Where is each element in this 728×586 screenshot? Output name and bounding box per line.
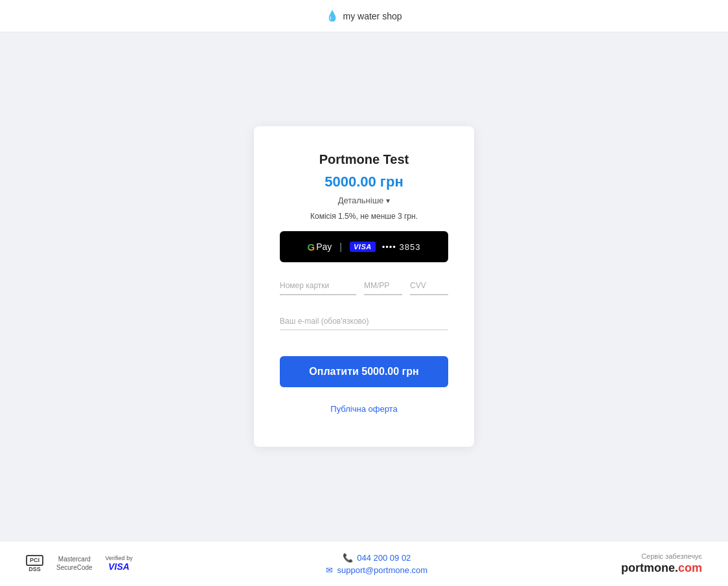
- payment-card: Portmone Test 5000.00 грн Детальніше ▾ К…: [254, 126, 474, 447]
- cvv-field: [410, 278, 448, 298]
- card-fields-row: [280, 278, 448, 298]
- verified-by-text: Verified by: [106, 555, 133, 561]
- visa-verified-text: VISA: [108, 561, 130, 572]
- dss-label: DSS: [28, 566, 41, 573]
- footer-center: 📞 044 200 09 02 ✉ support@portmone.com: [326, 553, 427, 575]
- pci-label: PCI: [26, 555, 43, 566]
- gpay-g-letter: G: [308, 242, 315, 253]
- commission-text: Комісія 1.5%, не менше 3 грн.: [280, 212, 448, 221]
- portmone-com: com: [678, 561, 702, 575]
- gpay-button[interactable]: G Pay | VISA •••• 3853: [280, 231, 448, 262]
- email-icon: ✉: [326, 565, 333, 575]
- gpay-logo: G Pay: [308, 242, 332, 253]
- header-title: my water shop: [343, 11, 402, 21]
- phone-icon: 📞: [343, 553, 353, 563]
- main-content: Portmone Test 5000.00 грн Детальніше ▾ К…: [0, 32, 728, 541]
- expiry-input[interactable]: [364, 278, 402, 295]
- card-number-input[interactable]: [280, 278, 356, 295]
- header-logo: 💧 my water shop: [326, 10, 402, 22]
- footer-right: Сервіс забезпечує portmone . com: [621, 552, 702, 575]
- details-toggle[interactable]: Детальніше ▾: [280, 196, 448, 205]
- verified-by-visa: Verified by VISA: [106, 555, 133, 572]
- header: 💧 my water shop: [0, 0, 728, 32]
- email-row: [280, 313, 448, 330]
- details-label: Детальніше: [338, 196, 384, 205]
- card-dots: •••• 3853: [382, 242, 421, 252]
- pci-dss-badge: PCI DSS: [26, 555, 43, 573]
- footer: PCI DSS MastercardSecureCode Verified by…: [0, 541, 728, 586]
- public-offer-anchor[interactable]: Публічна оферта: [330, 404, 397, 414]
- mastercard-text: MastercardSecureCode: [56, 555, 93, 572]
- email-input[interactable]: [280, 313, 448, 330]
- card-number-field: [280, 278, 356, 298]
- service-text: Сервіс забезпечує: [641, 552, 702, 560]
- email-address: support@portmone.com: [337, 565, 427, 575]
- card-title: Portmone Test: [280, 152, 448, 167]
- expiry-field: [364, 278, 402, 298]
- gpay-pay-text: Pay: [316, 242, 332, 252]
- visa-badge: VISA: [350, 242, 376, 252]
- cvv-input[interactable]: [410, 278, 448, 295]
- chevron-down-icon: ▾: [386, 196, 390, 205]
- phone-number: 044 200 09 02: [357, 553, 411, 563]
- footer-left: PCI DSS MastercardSecureCode Verified by…: [26, 555, 133, 573]
- portmone-name: portmone: [621, 561, 675, 575]
- portmone-brand: portmone . com: [621, 561, 702, 575]
- pay-button[interactable]: Оплатити 5000.00 грн: [280, 356, 448, 387]
- card-amount: 5000.00 грн: [280, 174, 448, 190]
- email-link[interactable]: ✉ support@portmone.com: [326, 565, 427, 575]
- phone-link[interactable]: 📞 044 200 09 02: [343, 553, 411, 563]
- public-offer-link[interactable]: Публічна оферта: [280, 403, 448, 414]
- water-icon: 💧: [326, 10, 339, 22]
- mastercard-securecode: MastercardSecureCode: [56, 555, 93, 572]
